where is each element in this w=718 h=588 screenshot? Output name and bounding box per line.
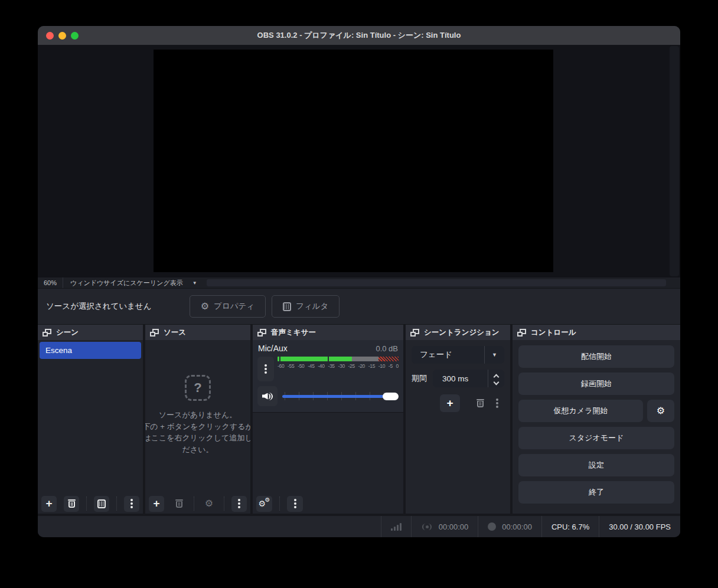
sources-toolbar: + ⚙ [145,494,250,514]
toolbar-separator [224,496,224,511]
zoom-level: 60% [38,277,63,288]
scene-transitions-panel-header[interactable]: シーントランジション [406,325,510,340]
scene-filters-button[interactable] [94,496,109,512]
plus-icon: + [446,397,453,409]
start-recording-button[interactable]: 録画開始 [518,373,674,395]
remove-source-button[interactable] [171,496,187,512]
titlebar[interactable]: OBS 31.0.2 - プロファイル: Sin Título - シーン: S… [38,26,680,45]
stream-time: 00:00:00 [439,522,469,531]
source-properties-button[interactable]: ⚙ [201,496,217,512]
channel-menu-button[interactable] [257,357,274,381]
slider-track[interactable] [282,395,397,398]
duration-value[interactable]: 300 ms [433,370,488,387]
record-time-cell: 00:00:00 [478,516,541,537]
preview-vertical-scrollbar[interactable] [670,46,679,276]
dock-icon [517,329,526,337]
duration-spinner[interactable]: 300 ms [433,370,504,387]
record-icon [488,522,496,531]
settings-button[interactable]: 設定 [518,454,674,476]
add-transition-button[interactable]: + [440,394,460,412]
spinner-down-icon[interactable] [494,379,500,385]
kebab-menu-icon [130,502,133,505]
mute-button[interactable] [257,386,278,406]
audio-mixer-panel: 音声ミキサー Mic/Aux 0.0 dB [253,325,403,514]
slider-handle[interactable] [383,393,399,400]
mixer-menu-button[interactable] [287,496,303,512]
chevron-down-icon[interactable]: ▼ [190,280,207,286]
preview-scale-bar: 60% ウィンドウサイズにスケーリング表示 ▼ [38,277,680,288]
scenes-list[interactable]: Escena [38,340,143,494]
meter-scale: -60-55-50-45-40-35-30-25-20-15-10-50 [278,363,399,369]
statusbar: 00:00:00 00:00:00 CPU: 6.7% 30.00 / 30.0… [38,516,680,537]
kebab-menu-icon [238,502,240,505]
start-streaming-button[interactable]: 配信開始 [518,345,674,368]
scenes-panel: シーン Escena + [38,325,143,514]
volume-slider[interactable] [282,391,399,401]
spinner-up-icon[interactable] [494,374,500,380]
remove-scene-button[interactable] [64,496,79,512]
trash-icon [175,499,183,508]
filters-button-label: フィルタ [296,301,328,312]
filter-icon [283,302,291,311]
cpu-usage: CPU: 6.7% [551,522,589,531]
filters-button[interactable]: フィルタ [272,295,340,318]
toolbar-separator [116,496,117,511]
speaker-icon [262,391,273,401]
add-scene-button[interactable]: + [41,496,57,512]
remove-transition-button[interactable] [477,399,484,407]
start-virtual-camera-button[interactable]: 仮想カメラ開始 [518,400,643,422]
transition-menu-button[interactable] [496,402,498,404]
preview-canvas[interactable] [154,50,553,272]
kebab-menu-icon [294,502,296,505]
sources-menu-button[interactable] [231,496,247,512]
audio-mixer-panel-header[interactable]: 音声ミキサー [253,325,403,340]
toolbar-separator [86,496,87,511]
channel-level-db: 0.0 dB [376,344,398,353]
audio-mixer-panel-title: 音声ミキサー [271,328,316,338]
plus-icon: + [45,498,52,509]
double-gear-icon: ⚙⚙ [259,499,270,508]
scaling-mode-dropdown[interactable]: ウィンドウサイズにスケーリング表示 [63,279,190,288]
fps-cell: 30.00 / 30.00 FPS [599,516,680,537]
scene-list-item-selected[interactable]: Escena [40,342,141,359]
preview-horizontal-scrollbar[interactable] [207,279,666,286]
gear-icon: ⚙ [657,406,665,416]
controls-panel-header[interactable]: コントロール [513,325,680,340]
sources-panel-header[interactable]: ソース [145,325,250,340]
source-context-toolbar: ソースが選択されていません ⚙ プロパティ フィルタ [38,288,680,325]
advanced-audio-button[interactable]: ⚙⚙ [256,496,272,512]
exit-button[interactable]: 終了 [518,481,674,504]
controls-panel-title: コントロール [531,328,576,338]
scenes-panel-title: シーン [56,328,79,338]
preview-area[interactable] [38,45,680,277]
transition-selected-value: フェード [412,349,484,360]
dock-icon [410,329,419,337]
dock-area: シーン Escena + [38,325,680,514]
plus-icon: + [153,498,159,509]
chevron-down-icon[interactable]: ▼ [484,346,504,364]
dock-icon [43,329,51,337]
sources-panel: ソース ? ソースがありません。 下の + ボタンをクリックするか はここを右ク… [145,325,250,514]
sources-empty-text: ソースがありません。 下の + ボタンをクリックするか はここを右クリックして追… [145,409,250,455]
toolbar-separator [279,496,280,511]
gear-icon: ⚙ [201,302,209,311]
sources-panel-title: ソース [164,328,186,338]
properties-button[interactable]: ⚙ プロパティ [190,295,266,318]
virtual-camera-settings-button[interactable]: ⚙ [647,400,674,422]
scenes-panel-header[interactable]: シーン [38,325,143,340]
transition-select[interactable]: フェード ▼ [412,346,504,364]
desktop-background: OBS 31.0.2 - プロファイル: Sin Título - シーン: S… [0,0,718,588]
scenes-menu-button[interactable] [124,496,139,512]
sources-empty-state[interactable]: ? ソースがありません。 下の + ボタンをクリックするか はここを右クリックし… [145,340,250,494]
toolbar-separator [194,496,194,511]
add-source-button[interactable]: + [149,496,164,512]
trash-icon [477,399,484,407]
no-source-selected-label: ソースが選択されていません [46,301,152,312]
mixer-toolbar: ⚙⚙ [253,494,403,514]
properties-button-label: プロパティ [214,301,254,312]
mixer-channel: Mic/Aux 0.0 dB [253,340,403,413]
duration-label: 期間 [412,373,427,384]
studio-mode-button[interactable]: スタジオモード [518,427,674,449]
stream-time-cell: 00:00:00 [411,516,478,537]
connection-status-cell [381,516,411,537]
